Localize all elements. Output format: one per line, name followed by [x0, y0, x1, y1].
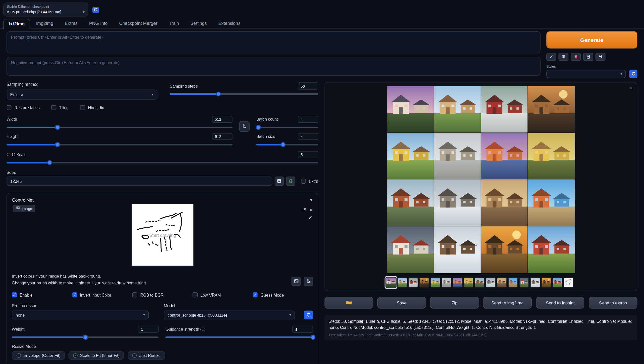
brush-settings-button[interactable] [304, 277, 313, 286]
pencil-icon[interactable] [308, 216, 312, 220]
gallery-thumbnail-7[interactable] [453, 278, 463, 288]
reuse-seed-button[interactable]: ♻ [286, 177, 295, 186]
checkpoint-dropdown[interactable]: v1-5-pruned.ckpt [e1441589a6] ▾ [7, 9, 85, 14]
gallery-thumbnail-1[interactable] [385, 277, 396, 288]
undo-icon[interactable]: ↺ [302, 207, 306, 213]
tab-extensions[interactable]: Extensions [213, 19, 246, 29]
checkpoint-selector[interactable]: Stable Diffusion checkpoint v1-5-pruned.… [3, 3, 88, 17]
slider-knob[interactable] [47, 160, 52, 165]
prompt-input[interactable] [7, 31, 541, 53]
close-gallery-button[interactable]: × [629, 84, 634, 92]
width-input[interactable] [212, 116, 233, 122]
generate-button[interactable]: Generate [546, 31, 637, 49]
gallery-image-13[interactable] [387, 226, 434, 273]
zip-button[interactable]: Zip [430, 297, 479, 309]
tab-png-info[interactable]: PNG Info [84, 19, 113, 29]
slider-knob[interactable] [83, 335, 88, 340]
checkbox-low-vram[interactable]: Low VRAM [192, 292, 253, 297]
seed-input[interactable] [7, 177, 272, 186]
batch-count-input[interactable] [298, 116, 318, 122]
gallery-image-2[interactable] [434, 86, 481, 133]
radio-envelope-outer-fit[interactable]: Envelope (Outer Fit) [12, 351, 65, 360]
cfg-scale-slider[interactable] [7, 162, 318, 163]
extra-networks-button[interactable] [571, 53, 581, 61]
slider-knob[interactable] [311, 335, 315, 340]
checkbox-invert-input-color[interactable]: Invert Input Color [72, 292, 132, 297]
guidance-strength-input[interactable] [292, 326, 313, 332]
checkbox-guess-mode[interactable]: Guess Mode [253, 292, 313, 297]
gallery-image-1[interactable] [387, 86, 434, 133]
radio-just-resize[interactable]: Just Resize [128, 351, 165, 360]
tab-img2img[interactable]: img2img [31, 19, 59, 29]
gallery-image-6[interactable] [434, 133, 481, 179]
gallery-thumbnail-8[interactable] [464, 278, 474, 288]
checkbox-rgb-to-bgr[interactable]: RGB to BGR [132, 292, 193, 297]
gallery-thumbnail-17[interactable] [564, 278, 573, 288]
gallery-thumbnail-9[interactable] [475, 278, 485, 288]
controlnet-header[interactable]: ControlNet ▼ [12, 198, 313, 202]
gallery-image-10[interactable] [434, 179, 481, 226]
slider-knob[interactable] [55, 142, 60, 147]
send-to-extras-button[interactable]: Send to extras [589, 297, 637, 309]
gallery-thumbnail-4[interactable] [419, 278, 429, 288]
weight-input[interactable] [138, 326, 159, 332]
gallery-image-16[interactable] [528, 226, 575, 273]
checkbox-tiling[interactable]: Tiling [51, 105, 69, 110]
checkbox-hires-fix[interactable]: Hires. fix [80, 105, 104, 110]
image-tab-chip[interactable]: Image [13, 205, 35, 212]
switch-width-height-button[interactable]: ⇅ [239, 121, 250, 132]
clear-prompt-button[interactable] [558, 53, 568, 61]
gallery-thumbnail-3[interactable] [408, 278, 418, 288]
random-seed-button[interactable] [275, 177, 284, 186]
gallery-thumbnail-12[interactable] [508, 278, 518, 288]
gallery-image-9[interactable] [387, 179, 434, 226]
clear-canvas-icon[interactable]: × [310, 207, 312, 213]
slider-knob[interactable] [55, 125, 60, 130]
gallery-image-5[interactable] [387, 133, 434, 179]
gallery-image-11[interactable] [481, 179, 528, 226]
batch-size-input[interactable] [298, 133, 318, 140]
slider-knob[interactable] [256, 125, 261, 130]
sampling-steps-input[interactable] [298, 82, 318, 89]
gallery-thumbnail-16[interactable] [552, 278, 562, 288]
refresh-models-button[interactable] [304, 311, 313, 319]
paste-params-button[interactable] [546, 53, 556, 61]
tab-checkpoint-merger[interactable]: Checkpoint Merger [114, 19, 163, 29]
checkbox-restore-faces[interactable]: Restore faces [7, 105, 40, 110]
gallery-image-14[interactable] [434, 226, 481, 273]
tab-txt2img[interactable]: txt2img [3, 19, 30, 29]
height-slider[interactable] [7, 144, 232, 145]
gallery-thumbnail-10[interactable] [486, 278, 496, 288]
save-button[interactable]: Save [377, 297, 426, 309]
sampling-steps-slider[interactable] [170, 93, 318, 95]
gallery-thumbnail-2[interactable] [397, 278, 407, 288]
width-slider[interactable] [7, 127, 232, 128]
weight-slider[interactable] [12, 336, 159, 338]
slider-knob[interactable] [216, 92, 221, 96]
gallery-image-3[interactable] [481, 86, 528, 133]
gallery-image-15[interactable] [481, 226, 528, 273]
radio-scale-to-fit-inner-fit[interactable]: Scale to Fit (Inner Fit) [69, 351, 124, 360]
checkbox-extra[interactable]: Extra [301, 179, 318, 184]
sampling-method-dropdown[interactable]: Euler a ▾ [7, 90, 157, 100]
negative-prompt-input[interactable] [7, 57, 541, 76]
gallery-thumbnail-15[interactable] [541, 278, 551, 288]
send-to-inpaint-button[interactable]: Send to inpaint [536, 297, 584, 309]
controlnet-canvas[interactable]: Start drawing [132, 204, 193, 266]
controlnet-model-dropdown[interactable]: control_scribble-fp16 [c508311e] ▾ [164, 311, 295, 319]
checkbox-enable[interactable]: Enable [12, 292, 72, 297]
guidance-strength-slider[interactable] [165, 336, 313, 338]
apply-style-button[interactable] [583, 53, 593, 61]
batch-count-slider[interactable] [256, 127, 318, 128]
save-style-button[interactable] [596, 53, 606, 61]
styles-dropdown[interactable]: ▾ [546, 70, 626, 78]
batch-size-slider[interactable] [256, 144, 318, 145]
gallery-image-7[interactable] [481, 133, 528, 179]
gallery-thumbnail-11[interactable] [497, 278, 507, 288]
open-folder-button[interactable] [325, 297, 373, 309]
height-input[interactable] [212, 133, 233, 140]
slider-knob[interactable] [281, 142, 285, 147]
tab-train[interactable]: Train [163, 19, 184, 29]
preprocessor-dropdown[interactable]: none ▾ [12, 311, 149, 319]
gallery-image-4[interactable] [528, 86, 575, 133]
